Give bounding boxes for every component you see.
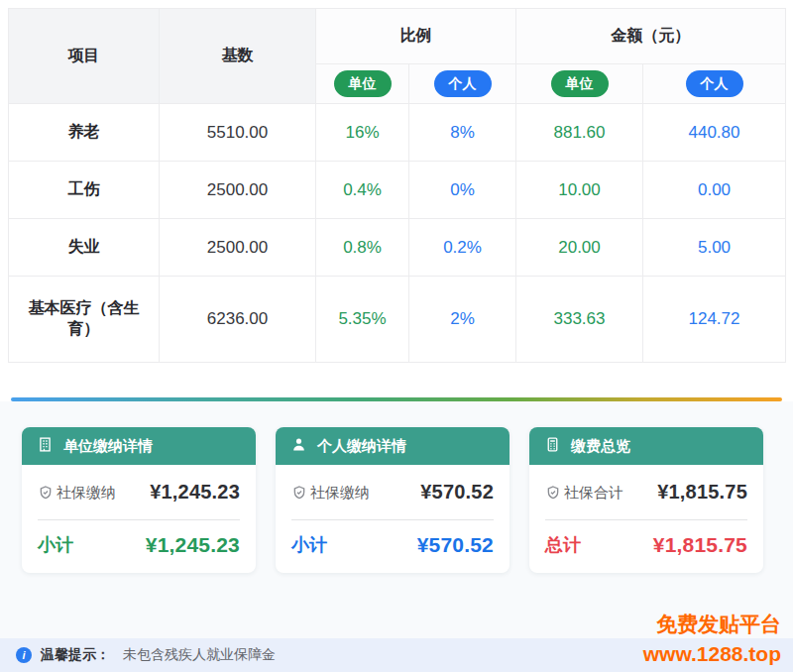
table-row: 基本医疗（含生育） 6236.00 5.35% 2% 333.63 124.72	[9, 277, 786, 363]
row-amount-unit: 333.63	[516, 277, 643, 363]
card-detail-row: 社保缴纳 ¥570.52	[276, 465, 510, 509]
row-item-label: 养老	[9, 104, 160, 162]
card-total-row: 小计 ¥570.52	[276, 520, 510, 573]
subheader-amount-unit: 单位	[516, 64, 643, 104]
card-header: 单位缴纳详情	[22, 427, 256, 465]
card-total-row: 小计 ¥1,245.23	[22, 520, 256, 573]
row-item-label: 工伤	[9, 162, 160, 219]
unit-badge: 单位	[551, 70, 609, 97]
table-row: 工伤 2500.00 0.4% 0% 10.00 0.00	[9, 162, 786, 219]
card-total-row: 总计 ¥1,815.75	[529, 520, 763, 573]
card-header: 个人缴纳详情	[276, 427, 510, 465]
detail-value: ¥1,815.75	[657, 481, 747, 504]
row-amount-person: 124.72	[643, 277, 786, 363]
card-detail-row: 社保缴纳 ¥1,245.23	[22, 465, 256, 509]
row-amount-person: 0.00	[643, 162, 786, 219]
total-label: 总计	[545, 533, 581, 557]
total-value: ¥1,815.75	[653, 533, 747, 557]
calculator-icon	[544, 436, 561, 456]
row-amount-unit: 10.00	[516, 162, 643, 219]
person-icon	[290, 436, 307, 456]
row-amount-unit: 20.00	[516, 219, 643, 277]
subheader-amount-person: 个人	[643, 64, 786, 104]
card-header: 缴费总览	[529, 427, 763, 465]
total-value: ¥1,245.23	[146, 533, 240, 557]
detail-value: ¥570.52	[420, 481, 494, 504]
col-header-amount: 金额（元）	[516, 9, 786, 64]
watermark-url[interactable]: www.1288.top	[643, 639, 781, 669]
insurance-table: 项目 基数 比例 金额（元） 单位 个人 单位 个人 养老 5510.00 16…	[8, 8, 786, 363]
row-ratio-unit: 5.35%	[316, 277, 409, 363]
row-ratio-person: 0%	[409, 162, 516, 219]
row-ratio-person: 8%	[409, 104, 516, 162]
person-badge: 个人	[686, 70, 743, 97]
unit-badge: 单位	[334, 70, 392, 97]
row-amount-person: 5.00	[643, 219, 786, 277]
row-amount-unit: 881.60	[516, 104, 643, 162]
person-badge: 个人	[434, 70, 492, 97]
row-base-value: 2500.00	[160, 162, 316, 219]
employer-payment-card: 单位缴纳详情 社保缴纳 ¥1,245.23 小计 ¥1,245.23	[22, 427, 256, 573]
watermark: 免费发贴平台 www.1288.top	[643, 610, 781, 669]
col-header-item: 项目	[9, 9, 160, 104]
row-item-label: 基本医疗（含生育）	[9, 277, 160, 363]
tip-text: 未包含残疾人就业保障金	[123, 646, 276, 664]
row-ratio-unit: 0.4%	[316, 162, 409, 219]
total-value: ¥570.52	[417, 533, 494, 557]
card-title: 单位缴纳详情	[63, 437, 153, 456]
total-label: 小计	[291, 533, 327, 557]
payment-overview-card: 缴费总览 社保合计 ¥1,815.75 总计 ¥1,815.75	[529, 427, 763, 573]
row-ratio-unit: 0.8%	[316, 219, 409, 277]
card-title: 个人缴纳详情	[317, 437, 406, 456]
total-label: 小计	[38, 533, 73, 557]
insurance-table-wrapper: 项目 基数 比例 金额（元） 单位 个人 单位 个人 养老 5510.00 16…	[0, 0, 793, 401]
row-amount-person: 440.80	[643, 104, 786, 162]
watermark-slogan: 免费发贴平台	[643, 610, 781, 639]
subheader-ratio-unit: 单位	[316, 64, 409, 104]
table-row: 养老 5510.00 16% 8% 881.60 440.80	[9, 104, 786, 162]
row-base-value: 2500.00	[160, 219, 316, 277]
detail-label: 社保合计	[545, 481, 638, 504]
detail-label: 社保缴纳	[38, 481, 131, 504]
row-ratio-unit: 16%	[316, 104, 409, 162]
shield-check-icon	[545, 485, 561, 501]
row-item-label: 失业	[9, 219, 160, 277]
card-title: 缴费总览	[571, 437, 630, 456]
row-ratio-person: 0.2%	[409, 219, 516, 277]
personal-payment-card: 个人缴纳详情 社保缴纳 ¥570.52 小计 ¥570.52	[276, 427, 510, 573]
building-icon	[37, 436, 54, 456]
row-ratio-person: 2%	[409, 277, 516, 363]
table-row: 失业 2500.00 0.8% 0.2% 20.00 5.00	[9, 219, 786, 277]
col-header-base: 基数	[160, 9, 316, 104]
subheader-ratio-person: 个人	[409, 64, 516, 104]
row-base-value: 5510.00	[160, 104, 316, 162]
summary-section: 单位缴纳详情 社保缴纳 ¥1,245.23 小计 ¥1,245.23 个人缴纳详…	[0, 401, 793, 638]
tip-label: 温馨提示：	[41, 646, 110, 664]
shield-check-icon	[38, 485, 54, 501]
social-insurance-summary-page: 项目 基数 比例 金额（元） 单位 个人 单位 个人 养老 5510.00 16…	[0, 0, 793, 672]
detail-value: ¥1,245.23	[150, 481, 240, 504]
col-header-ratio: 比例	[316, 9, 516, 64]
detail-label: 社保缴纳	[291, 481, 385, 504]
info-icon: i	[16, 647, 32, 663]
shield-check-icon	[291, 485, 307, 501]
card-detail-row: 社保合计 ¥1,815.75	[529, 465, 763, 509]
row-base-value: 6236.00	[160, 277, 316, 363]
